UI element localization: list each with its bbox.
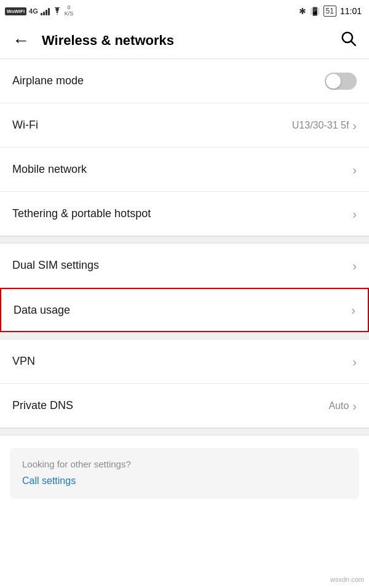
airplane-mode-item[interactable]: Airplane mode bbox=[0, 59, 369, 103]
page-title: Wireless & networks bbox=[42, 33, 337, 49]
private-dns-chevron: › bbox=[352, 400, 357, 412]
signal-bar-3 bbox=[46, 10, 47, 15]
tethering-item[interactable]: Tethering & portable hotspot › bbox=[0, 192, 369, 236]
dual-sim-chevron: › bbox=[352, 260, 357, 272]
signal-bar-4 bbox=[48, 8, 50, 15]
other-settings-card: Looking for other settings? Call setting… bbox=[10, 448, 359, 499]
toggle-knob bbox=[326, 74, 341, 89]
other-settings-text: Looking for other settings? bbox=[22, 459, 347, 469]
dual-sim-label: Dual SIM settings bbox=[12, 259, 99, 272]
wowifi-badge: WoWiFi bbox=[5, 7, 26, 15]
airplane-mode-label: Airplane mode bbox=[12, 74, 84, 87]
data-usage-label: Data usage bbox=[14, 304, 70, 317]
tethering-chevron: › bbox=[352, 208, 357, 220]
battery-level: 51 bbox=[326, 7, 334, 15]
search-button[interactable] bbox=[337, 27, 359, 54]
wifi-icon bbox=[52, 7, 62, 15]
vpn-label: VPN bbox=[12, 355, 35, 368]
tethering-right: › bbox=[352, 208, 357, 220]
network-speed: 0 K/S bbox=[65, 5, 74, 17]
private-dns-value: Auto bbox=[328, 400, 349, 411]
nav-bar: ← Wireless & networks bbox=[0, 22, 369, 59]
vpn-item[interactable]: VPN › bbox=[0, 340, 369, 384]
search-icon bbox=[339, 30, 357, 47]
back-button[interactable]: ← bbox=[10, 30, 32, 52]
wifi-item[interactable]: Wi-Fi U13/30-31 5f › bbox=[0, 103, 369, 148]
wifi-label: Wi-Fi bbox=[12, 119, 38, 132]
wifi-right: U13/30-31 5f › bbox=[292, 119, 357, 132]
private-dns-item[interactable]: Private DNS Auto › bbox=[0, 384, 369, 428]
data-usage-right: › bbox=[351, 304, 355, 316]
watermark: wsxdn.com bbox=[330, 576, 364, 583]
airplane-mode-toggle[interactable] bbox=[325, 73, 357, 90]
wifi-value: U13/30-31 5f bbox=[292, 120, 349, 131]
status-bar-left: WoWiFi 4G 0 K/S bbox=[5, 5, 73, 17]
status-time: 11:01 bbox=[340, 6, 362, 16]
speed-unit: K/S bbox=[65, 11, 74, 17]
signal-bar-1 bbox=[41, 13, 42, 15]
tethering-label: Tethering & portable hotspot bbox=[12, 207, 151, 220]
vpn-right: › bbox=[352, 356, 357, 368]
vpn-chevron: › bbox=[352, 356, 357, 368]
settings-section-2: Dual SIM settings › Data usage › bbox=[0, 244, 369, 332]
section-divider-2 bbox=[0, 332, 369, 340]
data-usage-chevron: › bbox=[351, 304, 355, 316]
signal-bars bbox=[41, 7, 50, 15]
settings-section-1: Airplane mode Wi-Fi U13/30-31 5f › Mobil… bbox=[0, 59, 369, 236]
call-settings-link[interactable]: Call settings bbox=[22, 475, 76, 486]
svg-line-1 bbox=[351, 41, 355, 45]
section-divider-3 bbox=[0, 428, 369, 435]
wifi-chevron: › bbox=[352, 119, 357, 132]
dual-sim-item[interactable]: Dual SIM settings › bbox=[0, 244, 369, 288]
dual-sim-right: › bbox=[352, 260, 357, 272]
mobile-network-chevron: › bbox=[352, 164, 357, 176]
mobile-network-label: Mobile network bbox=[12, 163, 87, 176]
data-usage-item[interactable]: Data usage › bbox=[0, 288, 369, 332]
vibrate-icon: 📳 bbox=[310, 7, 320, 16]
mobile-network-item[interactable]: Mobile network › bbox=[0, 148, 369, 192]
status-bar: WoWiFi 4G 0 K/S ✱ 📳 51 11:01 bbox=[0, 0, 369, 22]
private-dns-label: Private DNS bbox=[12, 399, 73, 412]
bluetooth-icon: ✱ bbox=[299, 6, 306, 16]
settings-section-3: VPN › Private DNS Auto › bbox=[0, 340, 369, 428]
battery-indicator: 51 bbox=[323, 6, 336, 17]
network-type: 4G bbox=[29, 7, 38, 15]
section-divider-1 bbox=[0, 236, 369, 244]
signal-bar-2 bbox=[43, 12, 45, 15]
status-bar-right: ✱ 📳 51 11:01 bbox=[299, 6, 362, 17]
mobile-network-right: › bbox=[352, 164, 357, 176]
private-dns-right: Auto › bbox=[328, 400, 357, 412]
